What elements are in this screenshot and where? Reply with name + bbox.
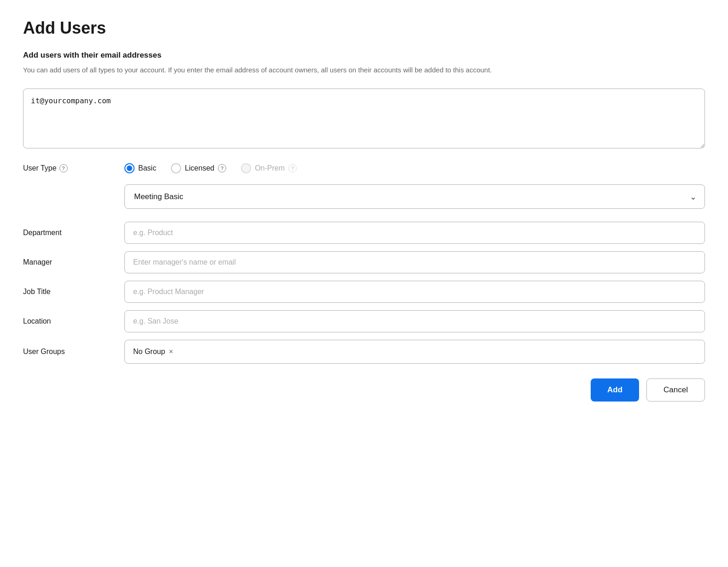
user-groups-row: User Groups No Group ×	[23, 340, 705, 364]
radio-group: Basic Licensed ? On-Prem ?	[124, 163, 297, 173]
location-input[interactable]	[124, 310, 705, 332]
user-type-label: User Type ?	[23, 164, 124, 172]
no-group-tag-close[interactable]: ×	[169, 348, 173, 355]
page-title: Add Users	[23, 18, 705, 38]
plan-dropdown-wrapper: Meeting Basic Meeting Pro Meeting Busine…	[124, 184, 705, 209]
radio-option-licensed[interactable]: Licensed ?	[171, 163, 226, 173]
no-group-tag: No Group ×	[133, 348, 173, 356]
user-type-text: User Type	[23, 164, 57, 172]
button-row: Add Cancel	[23, 378, 705, 402]
location-label: Location	[23, 317, 124, 325]
job-title-input[interactable]	[124, 281, 705, 303]
licensed-help-icon[interactable]: ?	[218, 164, 226, 172]
department-label: Department	[23, 229, 124, 237]
email-input[interactable]	[23, 89, 705, 148]
add-button[interactable]: Add	[591, 378, 639, 402]
intro-description: You can add users of all types to your a…	[23, 65, 530, 76]
job-title-label: Job Title	[23, 288, 124, 296]
no-group-tag-label: No Group	[133, 348, 165, 356]
manager-row: Manager	[23, 251, 705, 273]
radio-label-licensed: Licensed	[185, 164, 214, 172]
radio-option-onprem: On-Prem ?	[241, 163, 297, 173]
plan-select[interactable]: Meeting Basic Meeting Pro Meeting Busine…	[124, 184, 705, 209]
user-groups-input[interactable]: No Group ×	[124, 340, 705, 364]
manager-label: Manager	[23, 258, 124, 266]
cancel-button[interactable]: Cancel	[646, 378, 705, 402]
intro-heading: Add users with their email addresses	[23, 51, 705, 60]
radio-option-basic[interactable]: Basic	[124, 163, 156, 173]
manager-input[interactable]	[124, 251, 705, 273]
radio-circle-onprem	[241, 163, 251, 173]
radio-circle-licensed	[171, 163, 181, 173]
department-row: Department	[23, 222, 705, 244]
location-row: Location	[23, 310, 705, 332]
onprem-help-icon: ?	[288, 164, 297, 172]
department-input[interactable]	[124, 222, 705, 244]
user-groups-label: User Groups	[23, 348, 124, 356]
user-type-row: User Type ? Basic Licensed ? On-Prem ?	[23, 163, 705, 173]
user-type-help-icon[interactable]: ?	[59, 164, 68, 172]
radio-circle-basic	[124, 163, 135, 173]
radio-label-basic: Basic	[138, 164, 156, 172]
job-title-row: Job Title	[23, 281, 705, 303]
radio-label-onprem: On-Prem	[255, 164, 285, 172]
